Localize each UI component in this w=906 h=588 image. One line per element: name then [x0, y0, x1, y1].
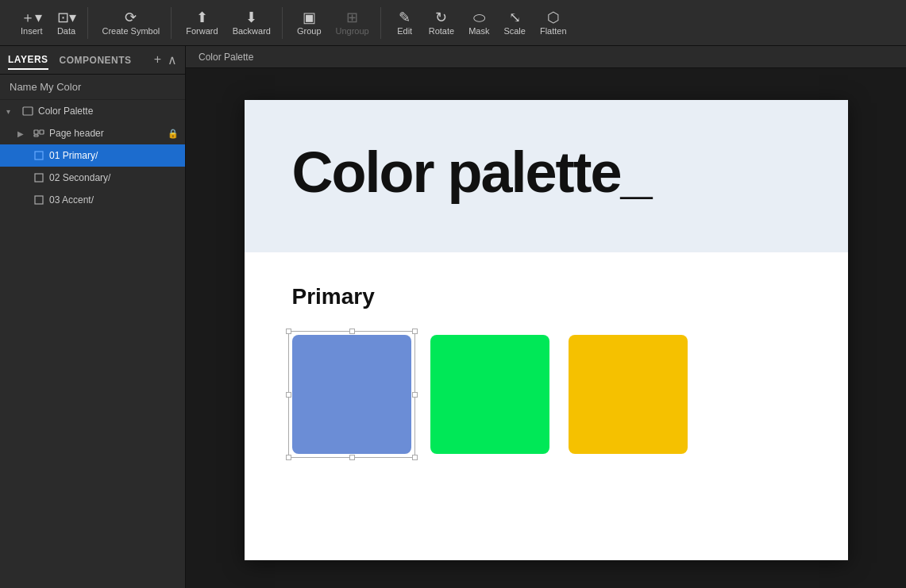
layer-label: 02 Secondary/ [49, 172, 179, 183]
canvas-tab-bar: Color Palette [186, 46, 906, 68]
swatch-blue[interactable] [292, 335, 411, 454]
forward-icon: ⬆ [196, 10, 208, 25]
toolbar-group-insert: ＋▾ Insert ⊡▾ Data [10, 7, 88, 39]
layer-item-color-palette[interactable]: ▾ Color Palette [0, 100, 185, 122]
edit-icon: ✎ [399, 10, 411, 25]
group-layer-icon [33, 127, 45, 140]
color-swatch-yellow[interactable] [569, 335, 688, 454]
layer-item-01-primary[interactable]: 01 Primary/ [0, 144, 185, 167]
handle-bm [349, 455, 355, 460]
edit-button[interactable]: ✎ Edit [389, 7, 421, 39]
artboard-icon [33, 171, 45, 184]
group-label: Group [297, 26, 322, 36]
toolbar-group-group: ▣ Group ⊞ Ungroup [286, 7, 381, 39]
ungroup-label: Ungroup [336, 26, 369, 36]
page-icon [21, 105, 34, 117]
group-button[interactable]: ▣ Group [291, 7, 328, 39]
swatch-yellow[interactable] [569, 335, 688, 454]
backward-button[interactable]: ⬇ Backward [226, 7, 277, 39]
scale-icon: ⤡ [509, 10, 521, 25]
insert-icon: ＋▾ [21, 10, 42, 25]
artboard-title: Color palette_ [292, 140, 800, 205]
flatten-label: Flatten [540, 26, 567, 36]
color-swatches [292, 335, 800, 454]
toolbar-group-arrange: ⬆ Forward ⬇ Backward [175, 7, 283, 39]
canvas-area: Color Palette Color palette_ Primary [186, 46, 906, 588]
svg-rect-3 [34, 135, 38, 136]
rotate-button[interactable]: ↻ Rotate [422, 7, 461, 39]
group-icon: ▣ [303, 10, 316, 25]
canvas-tab-label: Color Palette [199, 52, 253, 63]
add-layer-icon[interactable]: + [154, 52, 161, 67]
insert-label: Insert [21, 26, 43, 36]
swatch-green[interactable] [430, 335, 549, 454]
collapse-icon[interactable]: ∧ [168, 52, 177, 67]
flatten-icon: ⬡ [547, 10, 560, 25]
layer-item-page-header[interactable]: ▶ Page header 🔒 [0, 122, 185, 144]
layer-item-02-secondary[interactable]: 02 Secondary/ [0, 167, 185, 189]
create-symbol-button[interactable]: ⟳ Create Symbol [96, 7, 167, 39]
rotate-icon: ↻ [435, 10, 447, 25]
artboard-icon [33, 194, 45, 206]
artboard-header: Color palette_ [245, 100, 848, 252]
handle-ml [286, 392, 291, 398]
layer-tree: ▾ Color Palette ▶ Page [0, 100, 185, 588]
handle-tm [349, 329, 355, 334]
layer-label: 03 Accent/ [49, 194, 179, 206]
rotate-label: Rotate [429, 26, 454, 36]
data-label: Data [57, 26, 75, 36]
arrow-icon: ▶ [17, 129, 29, 138]
svg-rect-5 [35, 174, 43, 182]
ungroup-icon: ⊞ [346, 10, 358, 25]
color-swatch-blue[interactable] [292, 335, 411, 454]
page-name[interactable]: Name My Color [0, 75, 185, 100]
tab-components[interactable]: COMPONENTS [60, 52, 132, 69]
svg-rect-4 [35, 152, 43, 159]
svg-rect-2 [40, 130, 44, 134]
artboard-icon [33, 149, 45, 162]
handle-br [412, 455, 418, 460]
tab-layers[interactable]: LAYERS [8, 51, 48, 70]
handle-mr [412, 392, 418, 398]
forward-button[interactable]: ⬆ Forward [179, 7, 224, 39]
create-symbol-icon: ⟳ [125, 10, 137, 25]
main-area: LAYERS COMPONENTS + ∧ Name My Color ▾ Co… [0, 46, 906, 588]
section-title-primary: Primary [292, 284, 800, 309]
toolbar: ＋▾ Insert ⊡▾ Data ⟳ Create Symbol ⬆ Forw… [0, 0, 906, 46]
svg-rect-0 [23, 107, 33, 115]
scale-label: Scale [503, 26, 526, 36]
handle-bl [286, 455, 291, 460]
arrow-icon: ▾ [6, 107, 17, 116]
data-button[interactable]: ⊡▾ Data [51, 7, 83, 39]
sidebar: LAYERS COMPONENTS + ∧ Name My Color ▾ Co… [0, 46, 186, 588]
handle-tl [286, 329, 291, 334]
forward-label: Forward [186, 26, 218, 36]
ungroup-button[interactable]: ⊞ Ungroup [330, 7, 376, 39]
data-icon: ⊡▾ [57, 10, 76, 25]
svg-rect-1 [34, 130, 38, 134]
backward-icon: ⬇ [245, 10, 257, 25]
canvas-viewport[interactable]: Color palette_ Primary [186, 68, 906, 588]
artboard-content: Primary [245, 252, 848, 486]
sidebar-tabs: LAYERS COMPONENTS + ∧ [0, 46, 185, 75]
toolbar-group-symbol: ⟳ Create Symbol [91, 7, 172, 39]
lock-icon: 🔒 [168, 129, 179, 139]
layer-item-03-accent[interactable]: 03 Accent/ [0, 189, 185, 211]
mask-button[interactable]: ⬭ Mask [462, 7, 495, 39]
layer-label: Page header [49, 128, 164, 139]
layer-label: 01 Primary/ [49, 150, 179, 161]
insert-button[interactable]: ＋▾ Insert [14, 7, 49, 39]
layer-label: Color Palette [38, 106, 179, 117]
artboard: Color palette_ Primary [245, 100, 848, 560]
handle-tr [412, 329, 418, 334]
sidebar-tab-actions: + ∧ [154, 52, 177, 67]
color-swatch-green[interactable] [430, 335, 549, 454]
svg-rect-6 [35, 196, 43, 204]
scale-button[interactable]: ⤡ Scale [497, 7, 532, 39]
create-symbol-label: Create Symbol [102, 26, 160, 36]
flatten-button[interactable]: ⬡ Flatten [534, 7, 573, 39]
toolbar-group-tools: ✎ Edit ↻ Rotate ⬭ Mask ⤡ Scale ⬡ Flatten [384, 7, 578, 39]
edit-label: Edit [397, 26, 412, 36]
mask-label: Mask [468, 26, 489, 36]
mask-icon: ⬭ [473, 10, 485, 25]
